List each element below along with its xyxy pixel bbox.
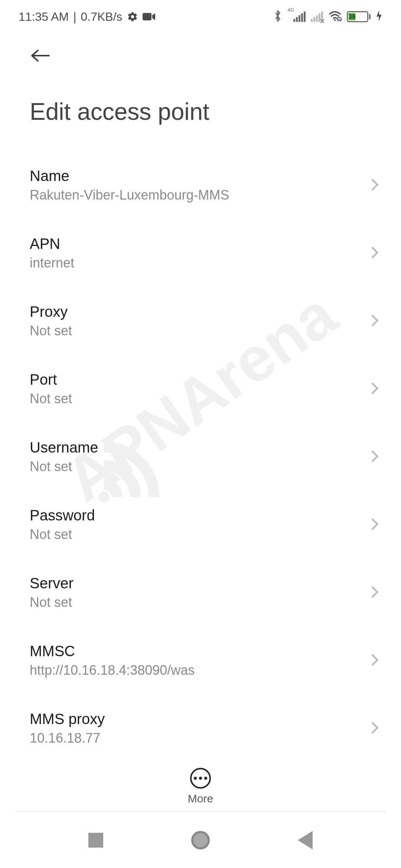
bottom-action-bar: More [0,753,401,805]
setting-row-apn[interactable]: APN internet [0,219,401,287]
setting-row-mmsc[interactable]: MMSC http://10.16.18.4:38090/was [0,627,401,694]
chevron-right-icon [371,721,379,736]
system-nav-bar [0,812,401,868]
setting-value: Not set [30,391,72,407]
camera-icon [143,12,155,21]
setting-row-proxy[interactable]: Proxy Not set [0,287,401,355]
setting-value: Not set [30,527,95,542]
wifi-icon [328,11,342,23]
svg-point-1 [334,19,336,21]
setting-value: Not set [30,595,74,610]
chevron-right-icon [371,517,379,532]
svg-rect-0 [143,13,151,20]
chevron-right-icon [371,246,379,261]
setting-value: internet [30,255,74,271]
svg-point-2 [338,17,342,21]
setting-label: Proxy [30,303,72,320]
bluetooth-icon [274,10,282,24]
network-4g-label: 4G [288,7,294,13]
chevron-right-icon [371,653,379,668]
page-title: Edit access point [30,98,375,125]
chevron-right-icon [371,314,379,329]
setting-label: APN [30,236,74,252]
setting-label: MMS proxy [30,711,105,727]
setting-row-password[interactable]: Password Not set [0,491,401,559]
setting-label: Username [30,439,98,456]
status-time: 11:35 AM [19,10,69,24]
settings-list: Name Rakuten-Viber-Luxembourg-MMS APN in… [0,151,401,762]
signal-bars-1 [293,11,306,22]
gear-icon [127,11,138,22]
setting-row-port[interactable]: Port Not set [0,355,401,423]
more-button[interactable]: More [188,768,213,805]
setting-label: Server [30,575,74,592]
status-left: 11:35 AM | 0.7KB/s [19,10,155,24]
header: Edit access point [0,33,401,151]
setting-row-mms-proxy[interactable]: MMS proxy 10.16.18.77 [0,694,401,762]
battery-percent: 38 [349,13,355,20]
status-speed: 0.7KB/s [81,10,123,24]
setting-value: Rakuten-Viber-Luxembourg-MMS [30,187,229,203]
bottom-divider [15,811,386,812]
battery-icon: 38 [347,11,371,22]
signal-4g: 4G [287,11,306,22]
more-icon [190,768,211,789]
signal-bars-2 [311,11,323,22]
status-right: 4G 38 [274,10,382,24]
status-separator: | [73,10,76,24]
setting-label: Name [30,168,229,184]
charging-icon [376,10,382,23]
back-button[interactable] [30,45,50,68]
setting-label: MMSC [30,643,195,660]
more-label: More [188,792,213,805]
chevron-right-icon [371,382,379,397]
chevron-right-icon [371,585,379,600]
setting-value: 10.16.18.77 [30,730,105,746]
nav-back-button[interactable] [298,831,313,849]
setting-label: Password [30,507,95,524]
setting-row-username[interactable]: Username Not set [0,423,401,491]
setting-value: http://10.16.18.4:38090/was [30,662,195,678]
setting-value: Not set [30,323,72,339]
nav-home-button[interactable] [191,831,210,849]
chevron-right-icon [371,450,379,464]
setting-row-name[interactable]: Name Rakuten-Viber-Luxembourg-MMS [0,151,401,219]
status-bar: 11:35 AM | 0.7KB/s 4G 38 [0,0,401,33]
setting-row-server[interactable]: Server Not set [0,559,401,627]
chevron-right-icon [371,178,379,193]
nav-recent-button[interactable] [88,833,103,848]
setting-value: Not set [30,459,98,474]
setting-label: Port [30,371,72,388]
